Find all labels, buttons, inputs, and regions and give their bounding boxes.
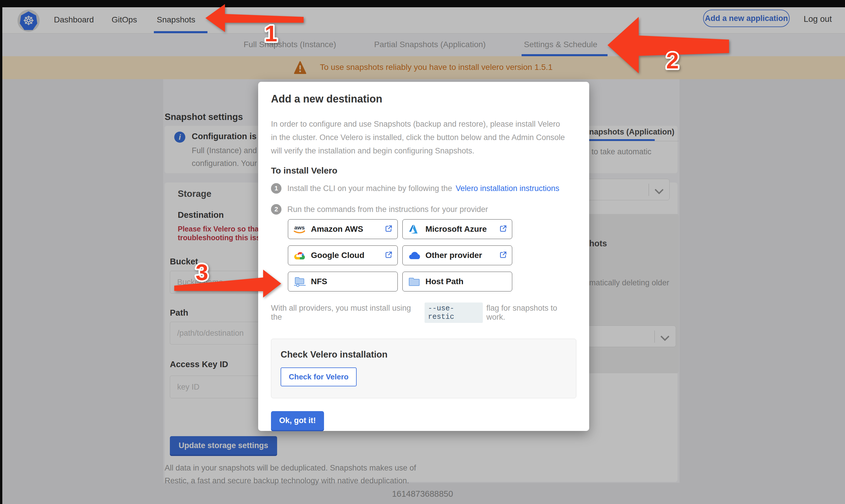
modal-description: In order to configure and use Snapshots … (271, 117, 567, 158)
install-velero-heading: To install Velero (271, 166, 576, 176)
provider-microsoft-azure-button[interactable]: Microsoft Azure (402, 219, 512, 239)
install-step-1: 1 Install the CLI on your machine by fol… (271, 183, 576, 194)
install-step-2: 2 Run the commands from the instructions… (271, 204, 576, 215)
external-link-icon (385, 224, 393, 234)
svg-text:aws: aws (294, 224, 305, 231)
folder-icon (407, 276, 421, 287)
provider-nfs-button[interactable]: NFS (288, 272, 398, 291)
provider-amazon-aws-button[interactable]: aws Amazon AWS (288, 219, 398, 239)
check-for-velero-button[interactable]: Check for Velero (281, 367, 357, 386)
provider-host-path-button[interactable]: Host Path (402, 272, 512, 291)
velero-instructions-link[interactable]: Velero installation instructions (456, 184, 560, 193)
step-number-badge: 2 (271, 204, 281, 215)
restic-note: With all providers, you must install usi… (271, 303, 576, 323)
check-velero-title: Check Velero installation (281, 349, 567, 360)
azure-icon (407, 224, 421, 234)
ok-got-it-button[interactable]: Ok, got it! (271, 411, 324, 430)
cloud-icon (407, 251, 421, 260)
external-link-icon (499, 224, 507, 234)
external-link-icon (385, 251, 393, 260)
aws-icon: aws (293, 224, 307, 234)
admin-console-screen: ☸ Dashboard GitOps Snapshots Add a new a… (0, 0, 845, 504)
modal-title: Add a new destination (271, 93, 576, 105)
provider-grid: aws Amazon AWS Microsoft Azu (288, 219, 576, 291)
step-number-badge: 1 (271, 183, 281, 194)
use-restic-code-chip: --use-restic (425, 303, 483, 323)
check-velero-section: Check Velero installation Check for Vele… (271, 339, 576, 398)
nfs-share-icon (293, 276, 307, 287)
external-link-icon (499, 251, 507, 260)
add-destination-modal: Add a new destination In order to config… (258, 82, 589, 431)
provider-google-cloud-button[interactable]: Google Cloud (288, 246, 398, 265)
google-cloud-icon (293, 250, 307, 260)
provider-other-button[interactable]: Other provider (402, 246, 512, 265)
